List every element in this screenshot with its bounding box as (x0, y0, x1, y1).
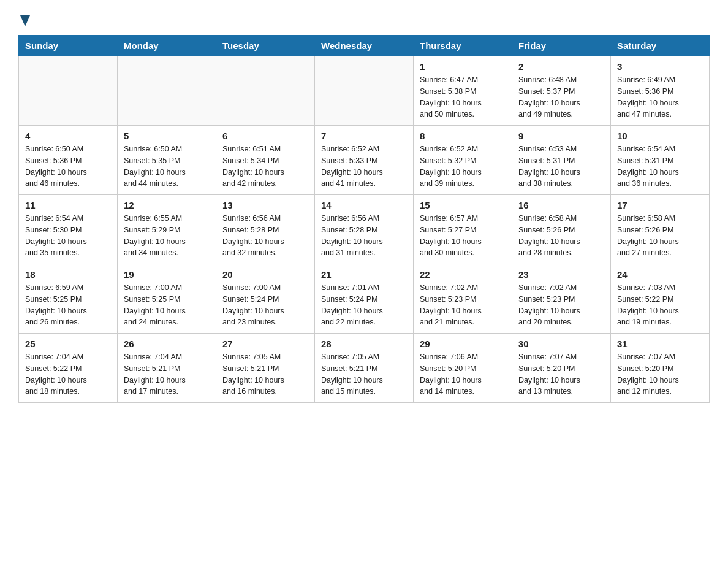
calendar-cell: 28Sunrise: 7:05 AM Sunset: 5:21 PM Dayli… (315, 334, 414, 403)
calendar-week-5: 25Sunrise: 7:04 AM Sunset: 5:22 PM Dayli… (19, 334, 710, 403)
calendar-cell: 27Sunrise: 7:05 AM Sunset: 5:21 PM Dayli… (216, 334, 315, 403)
day-info: Sunrise: 6:54 AM Sunset: 5:31 PM Dayligh… (617, 144, 703, 190)
calendar-week-3: 11Sunrise: 6:54 AM Sunset: 5:30 PM Dayli… (19, 195, 710, 264)
day-info: Sunrise: 7:02 AM Sunset: 5:23 PM Dayligh… (518, 282, 604, 328)
calendar-week-4: 18Sunrise: 6:59 AM Sunset: 5:25 PM Dayli… (19, 264, 710, 334)
svg-marker-0 (20, 15, 30, 26)
day-info: Sunrise: 6:58 AM Sunset: 5:26 PM Dayligh… (518, 213, 604, 259)
day-info: Sunrise: 7:07 AM Sunset: 5:20 PM Dayligh… (617, 351, 703, 397)
calendar-cell: 7Sunrise: 6:52 AM Sunset: 5:33 PM Daylig… (315, 126, 414, 195)
day-info: Sunrise: 6:59 AM Sunset: 5:25 PM Dayligh… (25, 282, 111, 328)
day-number: 29 (420, 339, 506, 349)
weekday-header-wednesday: Wednesday (315, 36, 414, 56)
calendar-cell: 12Sunrise: 6:55 AM Sunset: 5:29 PM Dayli… (118, 195, 216, 264)
weekday-header-saturday: Saturday (611, 36, 710, 56)
calendar-week-1: 1Sunrise: 6:47 AM Sunset: 5:38 PM Daylig… (19, 56, 710, 126)
calendar-cell: 14Sunrise: 6:56 AM Sunset: 5:28 PM Dayli… (315, 195, 414, 264)
day-number: 25 (25, 339, 111, 349)
day-number: 24 (617, 269, 703, 280)
calendar-cell: 23Sunrise: 7:02 AM Sunset: 5:23 PM Dayli… (512, 264, 611, 334)
day-info: Sunrise: 7:01 AM Sunset: 5:24 PM Dayligh… (321, 282, 407, 328)
calendar-cell: 22Sunrise: 7:02 AM Sunset: 5:23 PM Dayli… (414, 264, 512, 334)
day-number: 2 (518, 61, 604, 72)
day-number: 16 (518, 200, 604, 210)
day-number: 13 (222, 200, 308, 210)
calendar-cell: 31Sunrise: 7:07 AM Sunset: 5:20 PM Dayli… (611, 334, 710, 403)
calendar-cell (315, 56, 414, 126)
day-number: 23 (518, 269, 604, 280)
day-info: Sunrise: 6:48 AM Sunset: 5:37 PM Dayligh… (518, 74, 604, 120)
day-info: Sunrise: 6:52 AM Sunset: 5:33 PM Dayligh… (321, 144, 407, 190)
calendar-cell: 16Sunrise: 6:58 AM Sunset: 5:26 PM Dayli… (512, 195, 611, 264)
day-number: 30 (518, 339, 604, 349)
day-number: 21 (321, 269, 407, 280)
day-number: 12 (124, 200, 210, 210)
day-info: Sunrise: 6:50 AM Sunset: 5:36 PM Dayligh… (25, 144, 111, 190)
page-header (18, 12, 710, 24)
day-info: Sunrise: 7:04 AM Sunset: 5:21 PM Dayligh… (124, 351, 210, 397)
day-number: 22 (420, 269, 506, 280)
day-number: 28 (321, 339, 407, 349)
calendar-cell: 18Sunrise: 6:59 AM Sunset: 5:25 PM Dayli… (19, 264, 118, 334)
day-info: Sunrise: 7:05 AM Sunset: 5:21 PM Dayligh… (222, 351, 308, 397)
day-info: Sunrise: 7:05 AM Sunset: 5:21 PM Dayligh… (321, 351, 407, 397)
calendar-cell: 17Sunrise: 6:58 AM Sunset: 5:26 PM Dayli… (611, 195, 710, 264)
day-info: Sunrise: 7:03 AM Sunset: 5:22 PM Dayligh… (617, 282, 703, 328)
day-info: Sunrise: 6:53 AM Sunset: 5:31 PM Dayligh… (518, 144, 604, 190)
weekday-header-friday: Friday (512, 36, 611, 56)
day-info: Sunrise: 6:51 AM Sunset: 5:34 PM Dayligh… (222, 144, 308, 190)
calendar-cell: 9Sunrise: 6:53 AM Sunset: 5:31 PM Daylig… (512, 126, 611, 195)
calendar-cell: 21Sunrise: 7:01 AM Sunset: 5:24 PM Dayli… (315, 264, 414, 334)
calendar-cell: 20Sunrise: 7:00 AM Sunset: 5:24 PM Dayli… (216, 264, 315, 334)
day-number: 31 (617, 339, 703, 349)
calendar-cell: 3Sunrise: 6:49 AM Sunset: 5:36 PM Daylig… (611, 56, 710, 126)
calendar-table: SundayMondayTuesdayWednesdayThursdayFrid… (18, 35, 710, 403)
day-info: Sunrise: 6:55 AM Sunset: 5:29 PM Dayligh… (124, 213, 210, 259)
day-info: Sunrise: 6:50 AM Sunset: 5:35 PM Dayligh… (124, 144, 210, 190)
calendar-cell: 26Sunrise: 7:04 AM Sunset: 5:21 PM Dayli… (118, 334, 216, 403)
day-info: Sunrise: 7:00 AM Sunset: 5:24 PM Dayligh… (222, 282, 308, 328)
day-number: 5 (124, 131, 210, 141)
weekday-header-monday: Monday (118, 36, 216, 56)
calendar-cell: 1Sunrise: 6:47 AM Sunset: 5:38 PM Daylig… (414, 56, 512, 126)
logo-arrow-icon (20, 12, 30, 26)
day-number: 26 (124, 339, 210, 349)
calendar-cell (216, 56, 315, 126)
day-number: 8 (420, 131, 506, 141)
day-info: Sunrise: 7:02 AM Sunset: 5:23 PM Dayligh… (420, 282, 506, 328)
calendar-cell: 2Sunrise: 6:48 AM Sunset: 5:37 PM Daylig… (512, 56, 611, 126)
calendar-cell: 19Sunrise: 7:00 AM Sunset: 5:25 PM Dayli… (118, 264, 216, 334)
weekday-header-tuesday: Tuesday (216, 36, 315, 56)
day-info: Sunrise: 6:56 AM Sunset: 5:28 PM Dayligh… (321, 213, 407, 259)
day-number: 6 (222, 131, 308, 141)
day-number: 3 (617, 61, 703, 72)
day-info: Sunrise: 6:49 AM Sunset: 5:36 PM Dayligh… (617, 74, 703, 120)
day-number: 9 (518, 131, 604, 141)
day-info: Sunrise: 7:00 AM Sunset: 5:25 PM Dayligh… (124, 282, 210, 328)
day-number: 10 (617, 131, 703, 141)
calendar-week-2: 4Sunrise: 6:50 AM Sunset: 5:36 PM Daylig… (19, 126, 710, 195)
day-info: Sunrise: 6:58 AM Sunset: 5:26 PM Dayligh… (617, 213, 703, 259)
weekday-header-sunday: Sunday (19, 36, 118, 56)
day-number: 15 (420, 200, 506, 210)
day-number: 11 (25, 200, 111, 210)
calendar-cell (19, 56, 118, 126)
calendar-cell: 13Sunrise: 6:56 AM Sunset: 5:28 PM Dayli… (216, 195, 315, 264)
calendar-cell: 10Sunrise: 6:54 AM Sunset: 5:31 PM Dayli… (611, 126, 710, 195)
day-number: 1 (420, 61, 506, 72)
day-number: 18 (25, 269, 111, 280)
calendar-cell: 30Sunrise: 7:07 AM Sunset: 5:20 PM Dayli… (512, 334, 611, 403)
logo (18, 12, 30, 24)
calendar-cell: 4Sunrise: 6:50 AM Sunset: 5:36 PM Daylig… (19, 126, 118, 195)
day-info: Sunrise: 7:06 AM Sunset: 5:20 PM Dayligh… (420, 351, 506, 397)
day-number: 14 (321, 200, 407, 210)
calendar-cell: 11Sunrise: 6:54 AM Sunset: 5:30 PM Dayli… (19, 195, 118, 264)
calendar-cell: 15Sunrise: 6:57 AM Sunset: 5:27 PM Dayli… (414, 195, 512, 264)
day-number: 7 (321, 131, 407, 141)
day-info: Sunrise: 6:56 AM Sunset: 5:28 PM Dayligh… (222, 213, 308, 259)
day-info: Sunrise: 6:47 AM Sunset: 5:38 PM Dayligh… (420, 74, 506, 120)
day-info: Sunrise: 7:04 AM Sunset: 5:22 PM Dayligh… (25, 351, 111, 397)
day-number: 17 (617, 200, 703, 210)
day-info: Sunrise: 6:57 AM Sunset: 5:27 PM Dayligh… (420, 213, 506, 259)
day-info: Sunrise: 7:07 AM Sunset: 5:20 PM Dayligh… (518, 351, 604, 397)
